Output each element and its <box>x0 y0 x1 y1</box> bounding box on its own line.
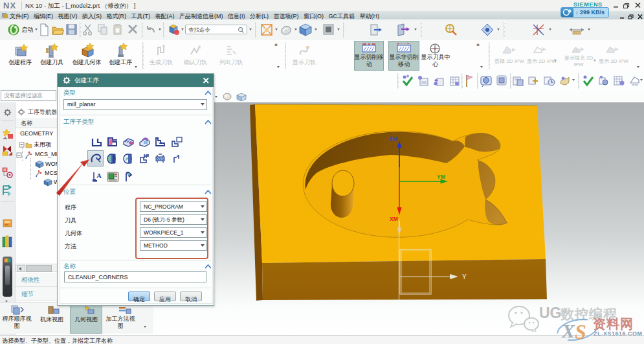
svg-text:X: X <box>561 320 575 341</box>
svg-text:Y: Y <box>462 273 467 281</box>
svg-text:YM: YM <box>437 174 445 180</box>
svg-text:ZM: ZM <box>389 135 397 142</box>
svg-text:S: S <box>575 320 586 343</box>
svg-text:A: A <box>96 172 102 179</box>
svg-text:XM: XM <box>390 216 398 222</box>
